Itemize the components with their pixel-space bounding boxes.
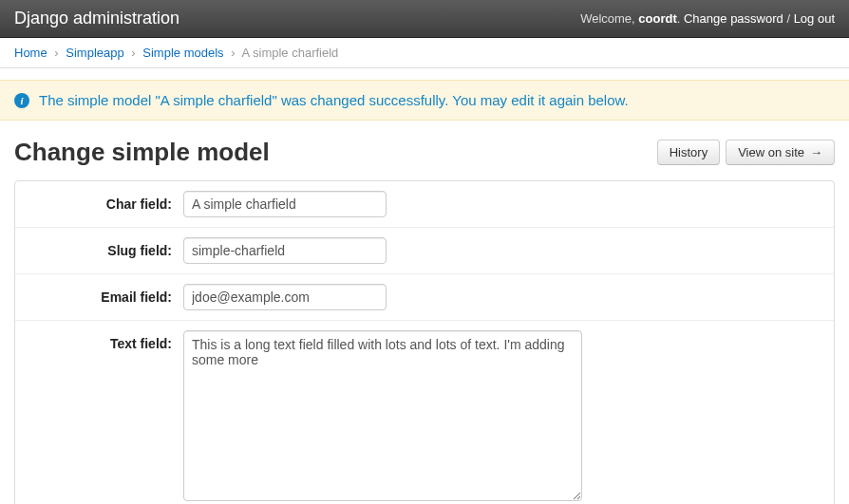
site-brand[interactable]: Django administration [14,9,179,28]
content-header: Change simple model History View on site… [0,121,849,180]
navbar: Django administration Welcome, coordt. C… [0,0,849,38]
alert-message: The simple model "A simple charfield" wa… [39,92,629,108]
success-alert: i The simple model "A simple charfield" … [0,80,849,121]
breadcrumb-model[interactable]: Simple models [142,46,223,60]
logout-link[interactable]: Log out [794,11,835,26]
breadcrumb-sep: › [131,46,135,60]
form-row-text-field: Text field: [15,321,834,504]
arrow-right-icon: → [810,145,822,159]
char-field-input[interactable] [183,191,387,217]
form-row-email-field: Email field: [15,274,834,321]
text-field-label: Text field: [27,330,183,351]
breadcrumb-current: A simple charfield [241,46,338,60]
breadcrumb-home[interactable]: Home [14,46,47,60]
breadcrumb-app[interactable]: Simpleapp [66,46,123,60]
breadcrumb: Home › Simpleapp › Simple models › A sim… [0,38,849,68]
breadcrumb-sep: › [231,46,235,60]
history-label: History [670,145,708,159]
char-field-label: Char field: [27,191,183,212]
breadcrumb-sep: › [54,46,58,60]
welcome-suffix: . [677,11,684,26]
slug-field-label: Slug field: [27,237,183,258]
email-field-input[interactable] [183,284,387,310]
user-links: Welcome, coordt. Change password / Log o… [580,11,835,26]
form-row-slug-field: Slug field: [15,228,834,274]
text-field-textarea[interactable] [183,330,582,501]
view-on-site-label: View on site [738,145,804,159]
userlinks-sep: / [783,11,794,26]
form-row-char-field: Char field: [15,181,834,228]
page-title: Change simple model [14,138,270,167]
username: coordt [638,11,676,26]
form-container: Char field: Slug field: Email field: Tex… [14,180,835,504]
info-icon: i [14,93,29,108]
change-password-link[interactable]: Change password [684,11,783,26]
view-on-site-button[interactable]: View on site → [726,140,835,165]
history-button[interactable]: History [657,140,720,165]
slug-field-input[interactable] [183,237,387,264]
object-tools: History View on site → [657,140,835,165]
email-field-label: Email field: [27,284,183,305]
welcome-text: Welcome, [580,11,638,26]
